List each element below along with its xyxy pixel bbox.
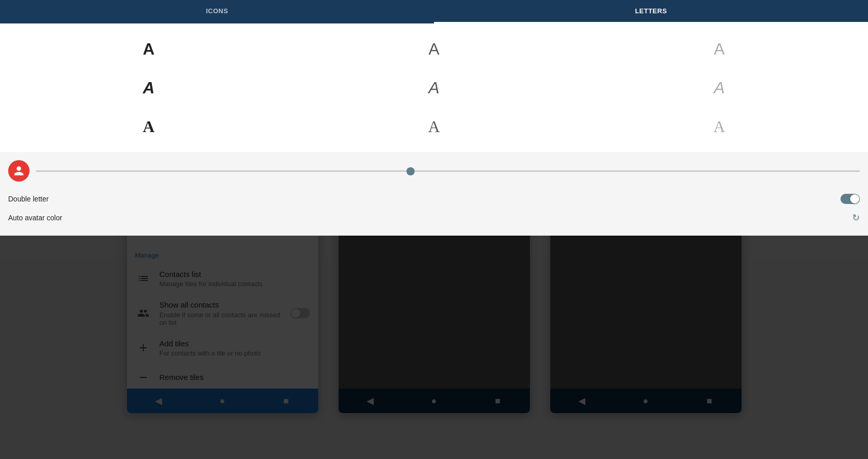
slider-track-3[interactable] [550,170,742,172]
screenshots-container: ▲ ◀ ▮ 07:00 Contact Tiles Plus ⊡ ⋮ Tile … [107,26,762,434]
letter-item-7[interactable]: A [550,111,573,142]
slider-row-3 [550,160,742,182]
phone-3-content: Tile ICONS LETTERS A A A A A [550,87,742,389]
letter-item-8[interactable]: A [581,111,742,142]
letter-grid-3: A A A A A A A A A [550,46,742,152]
letter-item-4[interactable]: A [550,72,573,103]
option-label-double-3: Double letter [550,195,742,203]
phone-3: ▲ ◀ ▮ 07:00 Contact Tiles Plus ⊡ ⋮ Tile … [550,46,742,413]
option-auto-avatar-3: Auto avatar color ↻ [550,208,742,227]
overlay-3: ICONS LETTERS A A A A A A A A A [550,46,742,413]
letter-item-1[interactable]: A [550,46,573,64]
bottom-panel-3: Double letter Auto avatar color ↻ [550,152,742,236]
letter-item-2[interactable]: A [581,46,742,64]
dialog-card-3: ICONS LETTERS A A A A A A A A A [550,46,742,152]
letter-item-5[interactable]: A [581,72,742,103]
option-double-letter-3: Double letter [550,190,742,208]
option-label-auto-3: Auto avatar color [550,214,742,222]
